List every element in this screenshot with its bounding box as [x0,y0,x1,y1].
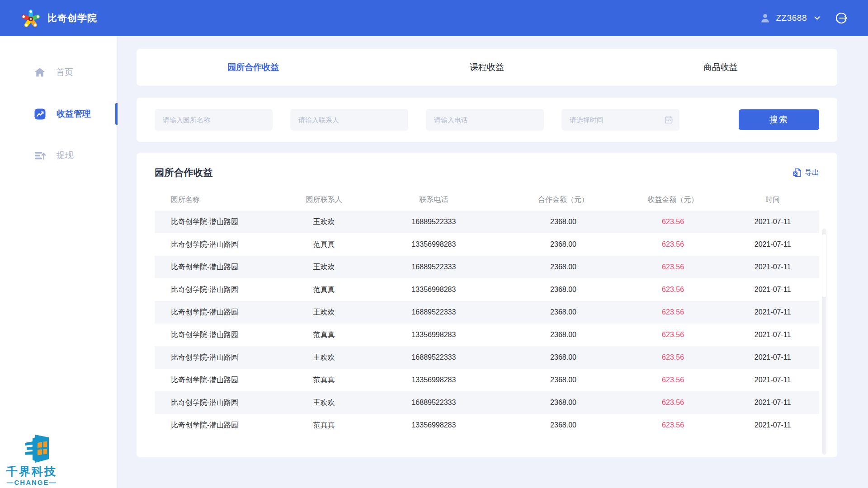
home-icon [34,67,45,77]
cell-park: 比奇创学院-潜山路园 [155,391,288,414]
cell-revenue: 623.56 [620,278,726,301]
username[interactable]: ZZ3688 [776,13,807,23]
cell-revenue: 623.56 [620,414,726,436]
cell-revenue: 623.56 [620,369,726,391]
table-row: 比奇创学院-潜山路园范真真133569982832368.00623.56202… [155,324,819,346]
table-row: 比奇创学院-潜山路园范真真133569982832368.00623.56202… [155,414,819,436]
table-header-row: 园所名称 园所联系人 联系电话 合作金额（元） 收益金额（元） 时间 [155,189,819,211]
cell-phone: 13356998283 [361,369,507,391]
cell-amount: 2368.00 [507,414,620,436]
cell-park: 比奇创学院-潜山路园 [155,346,288,369]
cell-park: 比奇创学院-潜山路园 [155,301,288,324]
col-park-name: 园所名称 [155,189,288,211]
sidebar-item-home[interactable]: 首页 [0,61,117,83]
table-scrollbar-thumb[interactable] [822,234,826,297]
cell-amount: 2368.00 [507,346,620,369]
cell-contact: 范真真 [288,369,361,391]
cell-amount: 2368.00 [507,211,620,233]
date-input[interactable] [561,109,679,131]
sidebar-item-label: 收益管理 [57,108,91,120]
user-area: ZZ3688 [760,11,848,25]
table-row: 比奇创学院-潜山路园王欢欢168895223332368.00623.56202… [155,211,819,233]
cell-amount: 2368.00 [507,301,620,324]
col-amount: 合作金额（元） [507,189,620,211]
cell-contact: 范真真 [288,233,361,256]
cell-phone: 13356998283 [361,233,507,256]
cell-phone: 13356998283 [361,414,507,436]
top-header: 比奇创学院 ZZ3688 [0,0,868,36]
cell-phone: 16889522333 [361,391,507,414]
cell-contact: 范真真 [288,414,361,436]
cell-revenue: 623.56 [620,233,726,256]
cell-revenue: 623.56 [620,324,726,346]
table-title: 园所合作收益 [155,166,213,179]
export-button[interactable]: 导出 [793,168,819,178]
cell-date: 2021-07-11 [726,278,819,301]
cell-date: 2021-07-11 [726,346,819,369]
cell-amount: 2368.00 [507,324,620,346]
cell-park: 比奇创学院-潜山路园 [155,256,288,278]
table-scrollbar[interactable] [822,229,826,455]
sidebar-item-withdraw[interactable]: 提现 [0,145,117,166]
sidebar-item-label: 提现 [57,150,74,161]
excel-export-icon [793,168,802,177]
sidebar-item-revenue[interactable]: 收益管理 [0,103,117,125]
cell-contact: 范真真 [288,324,361,346]
table-row: 比奇创学院-潜山路园范真真133569982832368.00623.56202… [155,369,819,391]
table-row: 比奇创学院-潜山路园王欢欢168895223332368.00623.56202… [155,346,819,369]
cell-date: 2021-07-11 [726,256,819,278]
table-row: 比奇创学院-潜山路园范真真133569982832368.00623.56202… [155,278,819,301]
revenue-table-card: 园所合作收益 导出 园所名称 园所联系 [137,153,837,457]
phone-input[interactable] [426,109,544,131]
date-picker[interactable] [561,109,679,131]
park-name-input[interactable] [155,109,273,131]
tab-course-revenue[interactable]: 课程收益 [370,61,604,73]
cell-park: 比奇创学院-潜山路园 [155,369,288,391]
contact-input[interactable] [290,109,408,131]
col-contact: 园所联系人 [288,189,361,211]
revenue-tabs: 园所合作收益 课程收益 商品收益 [137,49,837,86]
table-row: 比奇创学院-潜山路园范真真133569982832368.00623.56202… [155,233,819,256]
cell-date: 2021-07-11 [726,324,819,346]
cell-park: 比奇创学院-潜山路园 [155,278,288,301]
tab-park-revenue[interactable]: 园所合作收益 [137,61,370,73]
company-logo: 千界科技 —CHANGE— [3,433,61,487]
cell-revenue: 623.56 [620,256,726,278]
cell-amount: 2368.00 [507,391,620,414]
company-logo-mark-icon [13,433,61,465]
cell-date: 2021-07-11 [726,369,819,391]
brand: 比奇创学院 [21,8,97,28]
cell-date: 2021-07-11 [726,391,819,414]
cell-contact: 范真真 [288,278,361,301]
cell-contact: 王欢欢 [288,211,361,233]
logout-icon[interactable] [835,11,848,25]
filter-bar: 搜索 [137,98,837,142]
col-revenue: 收益金额（元） [620,189,726,211]
cell-date: 2021-07-11 [726,301,819,324]
chevron-down-icon[interactable] [814,16,820,20]
cell-date: 2021-07-11 [726,233,819,256]
cell-phone: 13356998283 [361,324,507,346]
cell-phone: 13356998283 [361,278,507,301]
app-logo-star-icon [21,8,41,28]
main-content: 园所合作收益 课程收益 商品收益 搜索 [118,36,868,488]
cell-phone: 16889522333 [361,346,507,369]
cell-phone: 16889522333 [361,301,507,324]
tab-goods-revenue[interactable]: 商品收益 [604,61,837,73]
cell-phone: 16889522333 [361,211,507,233]
cell-revenue: 623.56 [620,346,726,369]
cell-revenue: 623.56 [620,391,726,414]
company-name: 千界科技 [3,465,61,478]
col-phone: 联系电话 [361,189,507,211]
sidebar-item-label: 首页 [56,66,73,78]
active-indicator [115,103,118,125]
cell-revenue: 623.56 [620,211,726,233]
table-row: 比奇创学院-潜山路园王欢欢168895223332368.00623.56202… [155,256,819,278]
cell-contact: 王欢欢 [288,256,361,278]
user-icon [760,13,770,23]
cell-park: 比奇创学院-潜山路园 [155,414,288,436]
cell-amount: 2368.00 [507,256,620,278]
cell-revenue: 623.56 [620,301,726,324]
cell-park: 比奇创学院-潜山路园 [155,233,288,256]
search-button[interactable]: 搜索 [739,109,819,130]
